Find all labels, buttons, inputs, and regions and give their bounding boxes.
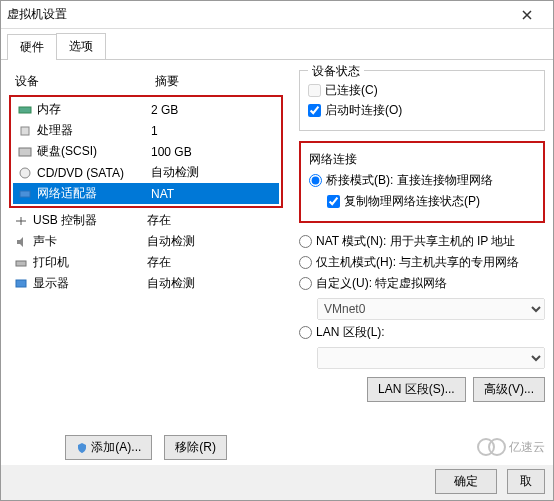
- svg-rect-0: [19, 107, 31, 113]
- hw-row-disk[interactable]: 硬盘(SCSI)100 GB: [13, 141, 279, 162]
- close-icon: [522, 10, 532, 20]
- cancel-button[interactable]: 取: [507, 469, 545, 494]
- hw-row-network[interactable]: 网络适配器NAT: [13, 183, 279, 204]
- hw-row-sound[interactable]: 声卡自动检测: [9, 231, 283, 252]
- hw-row-cpu[interactable]: 处理器1: [13, 120, 279, 141]
- connect-on-checkbox[interactable]: 启动时连接(O): [308, 102, 536, 119]
- dialog-buttons: 确定 取: [431, 469, 545, 494]
- disk-icon: [17, 145, 33, 159]
- content-area: 设备 摘要 内存2 GB 处理器1 硬盘(SCSI)100 GB CD/DVD …: [1, 60, 553, 465]
- memory-icon: [17, 103, 33, 117]
- titlebar: 虚拟机设置: [1, 1, 553, 29]
- connected-checkbox: 已连接(C): [308, 82, 536, 99]
- hw-row-display[interactable]: 显示器自动检测: [9, 273, 283, 294]
- device-status-group: 设备状态 已连接(C) 启动时连接(O): [299, 70, 545, 131]
- hardware-list: 内存2 GB 处理器1 硬盘(SCSI)100 GB CD/DVD (SATA)…: [9, 95, 283, 208]
- group-legend: 网络连接: [309, 152, 357, 166]
- tab-hardware[interactable]: 硬件: [7, 34, 57, 60]
- ok-button[interactable]: 确定: [435, 469, 497, 494]
- usb-icon: [13, 214, 29, 228]
- printer-icon: [13, 256, 29, 270]
- custom-vmnet-select: VMnet0: [317, 298, 545, 320]
- svg-rect-4: [20, 191, 30, 197]
- hw-row-usb[interactable]: USB 控制器存在: [9, 210, 283, 231]
- group-legend: 设备状态: [308, 63, 364, 80]
- lan-segments-button[interactable]: LAN 区段(S)...: [367, 377, 466, 402]
- sound-icon: [13, 235, 29, 249]
- hw-header: 设备 摘要: [9, 70, 283, 93]
- add-remove-bar: 添加(A)... 移除(R): [61, 435, 227, 460]
- radio-bridged[interactable]: 桥接模式(B): 直接连接物理网络: [309, 172, 535, 189]
- hw-list-rest: USB 控制器存在 声卡自动检测 打印机存在 显示器自动检测: [9, 210, 283, 294]
- vm-settings-window: 虚拟机设置 硬件 选项 设备 摘要 内存2 GB 处理器1 硬盘(SCSI)10…: [0, 0, 554, 501]
- hw-row-printer[interactable]: 打印机存在: [9, 252, 283, 273]
- col-device: 设备: [15, 73, 155, 90]
- radio-hostonly[interactable]: 仅主机模式(H): 与主机共享的专用网络: [299, 254, 545, 271]
- shield-icon: [76, 442, 88, 454]
- svg-rect-6: [16, 280, 26, 287]
- advanced-button[interactable]: 高级(V)...: [473, 377, 545, 402]
- remove-button[interactable]: 移除(R): [164, 435, 227, 460]
- svg-point-3: [20, 168, 30, 178]
- cd-icon: [17, 166, 33, 180]
- hw-row-memory[interactable]: 内存2 GB: [13, 99, 279, 120]
- add-button[interactable]: 添加(A)...: [65, 435, 152, 460]
- radio-custom[interactable]: 自定义(U): 特定虚拟网络: [299, 275, 545, 292]
- network-icon: [17, 187, 33, 201]
- tab-options[interactable]: 选项: [56, 33, 106, 59]
- replicate-checkbox[interactable]: 复制物理网络连接状态(P): [327, 193, 535, 210]
- display-icon: [13, 277, 29, 291]
- tab-strip: 硬件 选项: [1, 29, 553, 60]
- window-title: 虚拟机设置: [7, 6, 507, 23]
- radio-nat[interactable]: NAT 模式(N): 用于共享主机的 IP 地址: [299, 233, 545, 250]
- network-connection-group: 网络连接 桥接模式(B): 直接连接物理网络 复制物理网络连接状态(P): [299, 141, 545, 223]
- lan-segment-select: [317, 347, 545, 369]
- hardware-panel: 设备 摘要 内存2 GB 处理器1 硬盘(SCSI)100 GB CD/DVD …: [1, 60, 291, 465]
- svg-rect-5: [16, 261, 26, 266]
- hw-row-cd[interactable]: CD/DVD (SATA)自动检测: [13, 162, 279, 183]
- settings-panel: 设备状态 已连接(C) 启动时连接(O) 网络连接 桥接模式(B): 直接连接物…: [291, 60, 553, 465]
- svg-rect-1: [21, 127, 29, 135]
- radio-lan[interactable]: LAN 区段(L):: [299, 324, 545, 341]
- cpu-icon: [17, 124, 33, 138]
- logo-icon: [488, 438, 506, 456]
- col-summary: 摘要: [155, 73, 179, 90]
- net-buttons: LAN 区段(S)... 高级(V)...: [299, 377, 545, 402]
- close-button[interactable]: [507, 1, 547, 29]
- watermark: 亿速云: [477, 438, 545, 456]
- svg-rect-2: [19, 148, 31, 156]
